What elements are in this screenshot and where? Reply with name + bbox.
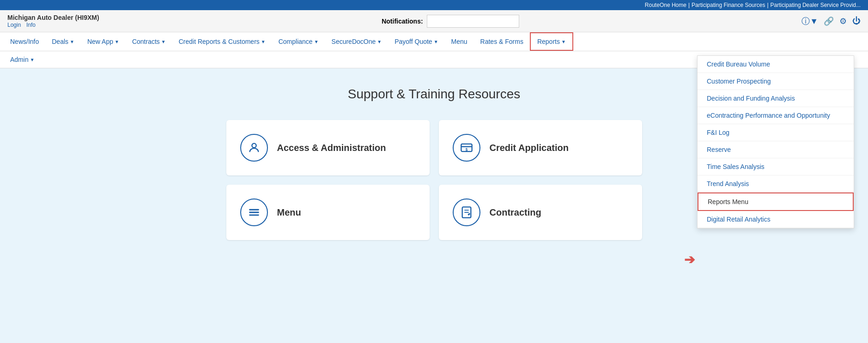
compliance-arrow: ▼: [314, 39, 319, 44]
contracting-title: Contracting: [490, 207, 541, 218]
nav-securedocone[interactable]: SecureDocOne ▼: [325, 32, 388, 51]
login-link[interactable]: Login: [7, 22, 21, 28]
menu-icon: [240, 199, 268, 226]
dealer-links: Login Info: [7, 21, 99, 28]
payoff-arrow: ▼: [434, 39, 438, 44]
admin-arrow: ▼: [30, 57, 35, 62]
credit-arrow: ▼: [261, 39, 266, 44]
nav-contracts[interactable]: Contracts ▼: [126, 32, 172, 51]
power-icon[interactable]: ⏻: [852, 16, 861, 26]
nav-admin[interactable]: Admin ▼: [4, 51, 41, 68]
nav-newsinfo[interactable]: News/Info: [4, 32, 45, 51]
nav-payoff[interactable]: Payoff Quote ▼: [388, 32, 444, 51]
securedoc-arrow: ▼: [377, 39, 382, 44]
contracts-arrow: ▼: [161, 39, 166, 44]
nav-menu[interactable]: Menu: [445, 32, 474, 51]
help-icon[interactable]: ⓘ▼: [801, 16, 818, 27]
dealer-name: Michigan Auto Dealer (HI9XM): [7, 14, 99, 21]
credit-application-title: Credit Application: [490, 143, 569, 153]
dropdown-econtracting[interactable]: eContracting Performance and Opportunity: [698, 107, 854, 124]
menu-title: Menu: [277, 207, 301, 218]
notifications-label: Notifications:: [382, 18, 423, 25]
dropdown-digital-retail[interactable]: Digital Retail Analytics: [698, 211, 854, 228]
access-admin-title: Access & Administration: [277, 143, 386, 153]
list-icon: [248, 206, 261, 219]
notifications-input[interactable]: [427, 15, 519, 28]
nav-credit-reports[interactable]: Credit Reports & Customers ▼: [172, 32, 272, 51]
info-link[interactable]: Info: [26, 22, 36, 28]
deals-arrow: ▼: [70, 39, 74, 44]
header: Michigan Auto Dealer (HI9XM) Login Info …: [0, 10, 868, 32]
svg-point-0: [252, 144, 256, 148]
credit-application-icon: $: [453, 134, 480, 162]
highlight-arrow: ➔: [684, 252, 695, 267]
dropdown-reports-menu[interactable]: Reports Menu: [698, 193, 854, 211]
dollar-icon: $: [460, 141, 473, 154]
contract-icon: [460, 206, 473, 219]
svg-text:$: $: [465, 148, 467, 152]
dealer-info: Michigan Auto Dealer (HI9XM) Login Info: [7, 14, 99, 28]
nav-reports[interactable]: Reports ▼: [530, 32, 573, 51]
contracting-icon: [453, 199, 480, 226]
access-admin-icon: [240, 134, 268, 162]
dealer-service-link[interactable]: Participating Dealer Service Provid...: [771, 2, 861, 8]
dropdown-customer-prospecting[interactable]: Customer Prospecting: [698, 73, 854, 90]
dropdown-decision-funding[interactable]: Decision and Funding Analysis: [698, 90, 854, 107]
newapp-arrow: ▼: [115, 39, 119, 44]
top-bar: RouteOne Home | Participating Finance So…: [0, 0, 868, 10]
nav-bar: News/Info Deals ▼ New App ▼ Contracts ▼ …: [0, 32, 868, 51]
card-contracting[interactable]: Contracting: [439, 185, 642, 240]
card-credit-application[interactable]: $ Credit Application: [439, 120, 642, 175]
routeone-home-link[interactable]: RouteOne Home: [645, 2, 686, 8]
settings-icon[interactable]: ⚙: [839, 16, 847, 26]
card-menu[interactable]: Menu: [226, 185, 430, 240]
reports-dropdown: Credit Bureau Volume Customer Prospectin…: [697, 55, 854, 229]
notifications-area: Notifications:: [382, 15, 519, 28]
person-icon: [248, 141, 261, 154]
cards-grid: Access & Administration $ Credit Applica…: [226, 120, 642, 240]
dropdown-fi-log[interactable]: F&I Log: [698, 124, 854, 141]
nav-deals[interactable]: Deals ▼: [45, 32, 81, 51]
reports-arrow: ▼: [561, 39, 566, 44]
link-icon[interactable]: 🔗: [824, 16, 834, 26]
finance-sources-link[interactable]: Participating Finance Sources: [692, 2, 765, 8]
dropdown-trend-analysis[interactable]: Trend Analysis: [698, 175, 854, 193]
dropdown-time-sales[interactable]: Time Sales Analysis: [698, 158, 854, 175]
dropdown-reserve[interactable]: Reserve: [698, 141, 854, 158]
card-access-admin[interactable]: Access & Administration: [226, 120, 430, 175]
dropdown-credit-bureau-volume[interactable]: Credit Bureau Volume: [698, 56, 854, 73]
nav-newapp[interactable]: New App ▼: [81, 32, 126, 51]
header-icons: ⓘ▼ 🔗 ⚙ ⏻: [801, 16, 861, 27]
nav-rates-forms[interactable]: Rates & Forms: [474, 32, 530, 51]
nav-compliance[interactable]: Compliance ▼: [272, 32, 325, 51]
